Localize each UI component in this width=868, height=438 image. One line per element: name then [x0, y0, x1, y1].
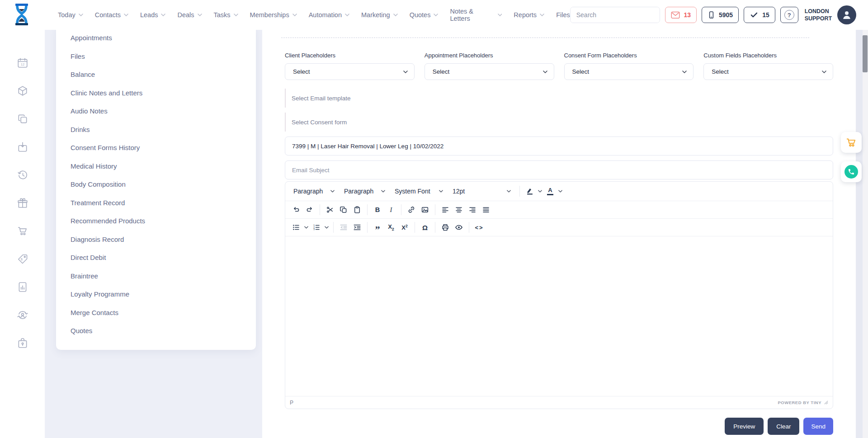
avatar[interactable] — [837, 5, 856, 24]
cut-button[interactable] — [323, 203, 337, 217]
editor-body[interactable] — [285, 236, 833, 396]
resize-grip-icon[interactable] — [824, 400, 828, 405]
gift-icon[interactable] — [17, 197, 28, 209]
subject-input[interactable] — [285, 137, 833, 155]
sidebar-item-audio-notes[interactable]: Audio Notes — [56, 102, 256, 121]
blockquote-button[interactable]: ” — [371, 221, 384, 234]
align-center-button[interactable] — [452, 203, 466, 217]
superscript-button[interactable]: X2 — [398, 221, 411, 234]
sidebar-item-consent-forms[interactable]: Consent Forms History — [56, 139, 256, 157]
style-dropdown[interactable]: Paragraph — [289, 184, 340, 198]
cart-floating-button[interactable] — [841, 132, 862, 153]
sidebar-item-clinic-notes[interactable]: Clinic Notes and Letters — [56, 84, 256, 103]
send-button[interactable]: Send — [803, 418, 833, 435]
sidebar-item-balance[interactable]: Balance — [56, 66, 256, 84]
history-icon[interactable] — [17, 169, 28, 181]
calendar-icon[interactable]: 12 — [17, 57, 28, 69]
link-button[interactable] — [405, 203, 418, 217]
paste-button[interactable] — [350, 203, 364, 217]
phone-floating-button[interactable] — [841, 161, 862, 182]
font-family-dropdown[interactable]: System Font — [391, 184, 448, 198]
sidebar-item-loyalty-programme[interactable]: Loyalty Programme — [56, 285, 256, 304]
sidebar-item-treatment-record[interactable]: Treatment Record — [56, 194, 256, 212]
clear-button[interactable]: Clear — [768, 418, 799, 435]
phone-badge[interactable]: 5905 — [702, 7, 739, 23]
nav-files[interactable]: Files — [556, 11, 570, 19]
sidebar-item-merge-contacts[interactable]: Merge Contacts — [56, 304, 256, 322]
bullet-list-button[interactable] — [289, 221, 303, 234]
cart-icon[interactable] — [17, 225, 28, 237]
nav-quotes[interactable]: Quotes — [410, 11, 439, 19]
nav-reports[interactable]: Reports — [514, 11, 544, 19]
consent-form-placeholders-select[interactable]: Select — [564, 63, 694, 80]
nav-contacts[interactable]: Contacts — [95, 11, 128, 19]
redo-button[interactable] — [303, 203, 316, 217]
duplicate-icon[interactable] — [17, 113, 28, 125]
messages-badge[interactable]: 13 — [665, 7, 697, 23]
print-button[interactable] — [439, 221, 452, 234]
client-sync-icon[interactable] — [17, 309, 28, 321]
align-justify-button[interactable] — [479, 203, 493, 217]
sidebar-item-appointments[interactable]: Appointments — [56, 29, 256, 47]
outdent-button[interactable] — [337, 221, 350, 234]
price-tag-icon[interactable]: $ — [17, 253, 28, 265]
sidebar-item-braintree[interactable]: Braintree — [56, 267, 256, 286]
numbered-list-button[interactable]: 123 — [310, 221, 323, 234]
align-left-button[interactable] — [439, 203, 452, 217]
chevron-down-icon[interactable] — [304, 226, 308, 229]
tasks-badge[interactable]: 15 — [744, 7, 775, 23]
font-size-dropdown[interactable]: 12pt — [448, 184, 516, 198]
nav-memberships[interactable]: Memberships — [250, 11, 297, 19]
copy-button[interactable] — [337, 203, 350, 217]
source-code-button[interactable]: <> — [472, 221, 486, 234]
format-dropdown[interactable]: Paragraph — [340, 184, 391, 198]
chevron-down-icon[interactable] — [538, 190, 542, 193]
nav-today[interactable]: Today — [58, 11, 83, 19]
nav-automation[interactable]: Automation — [309, 11, 349, 19]
undo-button[interactable] — [289, 203, 303, 217]
italic-button[interactable]: I — [384, 203, 398, 217]
custom-fields-placeholders-select[interactable]: Select — [703, 63, 833, 80]
sidebar-item-body-composition[interactable]: Body Composition — [56, 175, 256, 194]
report-icon[interactable] — [17, 281, 28, 293]
text-color-button[interactable]: A — [543, 184, 557, 198]
toolbar-separator — [367, 222, 368, 233]
client-placeholders-select[interactable]: Select — [285, 63, 415, 80]
search-input[interactable] — [571, 7, 660, 23]
nav-tasks[interactable]: Tasks — [214, 11, 238, 19]
sidebar-item-recommended-products[interactable]: Recommended Products — [56, 212, 256, 231]
scrollbar-track[interactable] — [863, 30, 868, 438]
special-character-button[interactable]: Ω — [418, 221, 432, 234]
email-template-select[interactable]: Select Email template — [285, 89, 833, 108]
nav-notes-letters[interactable]: Notes & Letters — [450, 8, 502, 22]
bold-button[interactable]: B — [371, 203, 384, 217]
preview-button-icon[interactable] — [452, 221, 466, 234]
highlight-color-button[interactable] — [523, 184, 537, 198]
package-icon[interactable] — [17, 85, 28, 97]
nav-leads[interactable]: Leads — [140, 11, 166, 19]
consent-form-select[interactable]: Select Consent form — [285, 113, 833, 132]
sidebar-item-drinks[interactable]: Drinks — [56, 121, 256, 139]
nav-deals[interactable]: Deals — [177, 11, 202, 19]
image-button[interactable] — [418, 203, 432, 217]
sidebar-item-direct-debit[interactable]: Direct Debit — [56, 249, 256, 267]
sidebar-item-files[interactable]: Files — [56, 47, 256, 66]
subscript-button[interactable]: X2 — [384, 221, 398, 234]
chevron-down-icon[interactable] — [558, 190, 562, 193]
indent-button[interactable] — [350, 221, 364, 234]
help-button[interactable]: ? — [780, 7, 798, 23]
appointment-placeholders-select[interactable]: Select — [425, 63, 554, 80]
chevron-down-icon[interactable] — [325, 226, 329, 229]
vault-icon[interactable] — [17, 337, 28, 349]
nav-marketing[interactable]: Marketing — [361, 11, 398, 19]
app-logo[interactable] — [13, 3, 31, 28]
align-right-button[interactable] — [466, 203, 479, 217]
sidebar-item-diagnosis-record[interactable]: Diagnosis Record — [56, 231, 256, 249]
scrollbar-thumb[interactable] — [863, 35, 868, 72]
nav-label: Tasks — [214, 11, 231, 19]
email-subject-input[interactable] — [285, 160, 833, 179]
bag-icon[interactable] — [17, 141, 28, 153]
preview-button[interactable]: Preview — [725, 418, 764, 435]
sidebar-item-quotes[interactable]: Quotes — [56, 322, 256, 340]
sidebar-item-medical-history[interactable]: Medical History — [56, 157, 256, 176]
